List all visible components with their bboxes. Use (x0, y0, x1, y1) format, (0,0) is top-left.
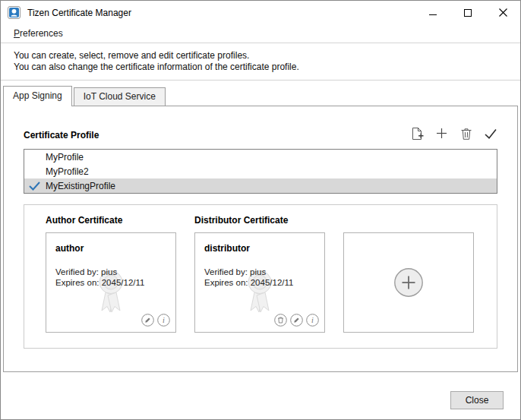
trash-icon (461, 128, 472, 140)
minimize-button[interactable] (415, 1, 450, 24)
maximize-icon (464, 9, 472, 17)
minimize-icon (429, 9, 437, 17)
distributor-certificate-title: Distributor Certificate (194, 215, 343, 226)
profile-name: MyProfile2 (45, 166, 89, 177)
certificate-profile-header: Certificate Profile (24, 126, 497, 141)
certificate-titles: Author Certificate Distributor Certifica… (46, 215, 475, 226)
add-certificate-card[interactable] (343, 232, 474, 333)
add-profile-button[interactable] (434, 126, 449, 141)
profile-toolbar (410, 126, 497, 141)
window-title: Tizen Certificate Manager (27, 8, 131, 18)
description-line1: You can create, select, remove and edit … (14, 50, 520, 62)
footer: Close (1, 372, 520, 419)
author-verified-by: Verified by: pius (55, 267, 166, 277)
svg-text:i: i (163, 316, 165, 324)
blue-check-icon (29, 182, 40, 191)
author-expires-on: Expires on: 2045/12/11 (55, 277, 166, 288)
description-line2: You can also change the certificate info… (14, 62, 520, 73)
close-icon (499, 8, 507, 17)
maximize-button[interactable] (450, 1, 485, 24)
new-profile-icon (412, 127, 424, 141)
set-active-button[interactable] (483, 126, 497, 141)
menu-preferences-rest: references (20, 28, 63, 39)
distributor-cert-name: distributor (204, 243, 315, 254)
author-certificate-title: Author Certificate (46, 215, 194, 226)
certificates-group: Author Certificate Distributor Certifica… (24, 204, 497, 349)
author-card-actions: i (141, 314, 170, 327)
distributor-verified-by: Verified by: pius (204, 267, 315, 277)
distributor-card-actions: i (274, 314, 319, 327)
check-icon (485, 128, 497, 139)
certificate-cards: author Verified by: pius Expires on: 204… (46, 232, 475, 333)
titlebar: Tizen Certificate Manager (1, 1, 520, 24)
plus-icon (437, 128, 447, 138)
author-cert-name: author (55, 243, 166, 254)
profile-name: MyExistingProfile (45, 181, 115, 191)
app-window: Tizen Certificate Manager Preference (0, 0, 521, 420)
distributor-info-button info-icon[interactable]: i (306, 314, 319, 327)
new-profile-button[interactable] (410, 126, 425, 141)
plus-circle-icon (393, 267, 424, 298)
remove-distributor-button trash-icon[interactable] (274, 314, 287, 327)
description: You can create, select, remove and edit … (1, 43, 520, 81)
author-info-button info-icon[interactable]: i (157, 314, 170, 327)
distributor-expires-on: Expires on: 2045/12/11 (204, 277, 315, 288)
distributor-certificate-card[interactable]: distributor Verified by: pius Expires on… (194, 232, 325, 333)
profile-list: MyProfile MyProfile2 MyExistingProfile (24, 149, 497, 194)
profile-row-myexistingprofile[interactable]: MyExistingProfile (24, 178, 497, 193)
menu-preferences-accel: P (14, 28, 20, 39)
edit-distributor-button pencil-icon[interactable] (290, 314, 303, 327)
tab-app-signing[interactable]: App Signing (3, 86, 72, 106)
close-window-button[interactable] (485, 1, 520, 24)
app-signing-panel: Certificate Profile (3, 106, 518, 372)
window-controls (415, 1, 520, 24)
menubar: Preferences (1, 24, 520, 43)
edit-author-button pencil-icon[interactable] (141, 314, 154, 327)
close-button[interactable]: Close (450, 391, 504, 409)
tizen-logo-icon (8, 6, 21, 19)
certificate-profile-title: Certificate Profile (24, 130, 99, 141)
menu-preferences[interactable]: Preferences (8, 26, 68, 41)
author-certificate-card[interactable]: author Verified by: pius Expires on: 204… (46, 232, 176, 333)
profile-name: MyProfile (45, 152, 84, 163)
svg-text:i: i (311, 316, 314, 324)
tabstrip: App Signing IoT Cloud Service (1, 81, 520, 106)
profile-row-myprofile[interactable]: MyProfile (24, 150, 497, 164)
remove-profile-button[interactable] (459, 126, 473, 141)
row-check-slot (29, 182, 45, 191)
tab-iot-cloud-service[interactable]: IoT Cloud Service (74, 87, 166, 106)
profile-row-myprofile2[interactable]: MyProfile2 (24, 164, 497, 178)
